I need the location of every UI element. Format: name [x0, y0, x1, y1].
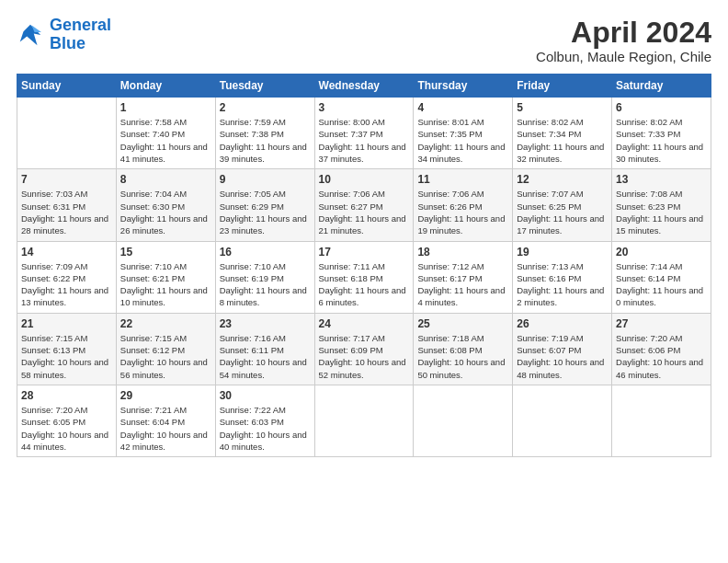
day-info: Sunrise: 7:18 AMSunset: 6:08 PMDaylight:… [417, 332, 508, 381]
calendar-cell: 30Sunrise: 7:22 AMSunset: 6:03 PMDayligh… [215, 385, 314, 456]
calendar-cell [314, 385, 414, 456]
day-number: 30 [220, 389, 311, 402]
day-number: 29 [120, 389, 211, 402]
calendar-cell: 22Sunrise: 7:15 AMSunset: 6:12 PMDayligh… [116, 313, 215, 385]
day-info: Sunrise: 7:09 AMSunset: 6:22 PMDaylight:… [21, 260, 112, 309]
calendar-cell: 3Sunrise: 8:00 AMSunset: 7:37 PMDaylight… [314, 98, 414, 169]
calendar-cell: 13Sunrise: 7:08 AMSunset: 6:23 PMDayligh… [612, 169, 711, 241]
calendar-cell [414, 385, 513, 456]
calendar-cell: 5Sunrise: 8:02 AMSunset: 7:34 PMDaylight… [513, 98, 612, 169]
calendar-table: SundayMondayTuesdayWednesdayThursdayFrid… [17, 74, 711, 457]
day-number: 17 [319, 246, 410, 259]
calendar-week-row: 7Sunrise: 7:03 AMSunset: 6:31 PMDaylight… [17, 169, 711, 241]
calendar-cell: 27Sunrise: 7:20 AMSunset: 6:06 PMDayligh… [612, 313, 711, 385]
day-info: Sunrise: 7:07 AMSunset: 6:25 PMDaylight:… [517, 188, 608, 236]
day-number: 5 [517, 101, 608, 114]
day-number: 20 [616, 246, 707, 259]
day-info: Sunrise: 8:02 AMSunset: 7:34 PMDaylight:… [517, 116, 608, 165]
calendar-cell: 7Sunrise: 7:03 AMSunset: 6:31 PMDaylight… [17, 169, 117, 241]
day-info: Sunrise: 7:16 AMSunset: 6:11 PMDaylight:… [220, 332, 311, 381]
calendar-cell: 19Sunrise: 7:13 AMSunset: 6:16 PMDayligh… [513, 241, 612, 313]
weekday-header: Thursday [414, 75, 513, 98]
calendar-week-row: 28Sunrise: 7:20 AMSunset: 6:05 PMDayligh… [17, 385, 711, 456]
day-info: Sunrise: 7:13 AMSunset: 6:16 PMDaylight:… [517, 260, 608, 309]
calendar-cell: 21Sunrise: 7:15 AMSunset: 6:13 PMDayligh… [17, 313, 117, 385]
page: General Blue April 2024 Colbun, Maule Re… [0, 0, 728, 563]
calendar-week-row: 14Sunrise: 7:09 AMSunset: 6:22 PMDayligh… [17, 241, 711, 313]
day-info: Sunrise: 7:10 AMSunset: 6:19 PMDaylight:… [220, 260, 311, 309]
day-info: Sunrise: 7:21 AMSunset: 6:04 PMDaylight:… [120, 404, 211, 453]
logo-icon [17, 21, 44, 49]
day-number: 23 [220, 317, 311, 330]
day-info: Sunrise: 8:02 AMSunset: 7:33 PMDaylight:… [616, 116, 707, 165]
calendar-cell: 2Sunrise: 7:59 AMSunset: 7:38 PMDaylight… [215, 98, 314, 169]
day-number: 3 [319, 101, 410, 114]
calendar-cell: 1Sunrise: 7:58 AMSunset: 7:40 PMDaylight… [116, 98, 215, 169]
day-info: Sunrise: 8:01 AMSunset: 7:35 PMDaylight:… [417, 116, 508, 165]
calendar-cell: 23Sunrise: 7:16 AMSunset: 6:11 PMDayligh… [215, 313, 314, 385]
calendar-cell: 14Sunrise: 7:09 AMSunset: 6:22 PMDayligh… [17, 241, 117, 313]
calendar-cell: 15Sunrise: 7:10 AMSunset: 6:21 PMDayligh… [116, 241, 215, 313]
day-info: Sunrise: 7:17 AMSunset: 6:09 PMDaylight:… [319, 332, 410, 381]
calendar-cell: 9Sunrise: 7:05 AMSunset: 6:29 PMDaylight… [215, 169, 314, 241]
day-number: 22 [120, 317, 211, 330]
day-number: 18 [417, 246, 508, 259]
day-info: Sunrise: 7:58 AMSunset: 7:40 PMDaylight:… [120, 116, 211, 165]
month-title: April 2024 [536, 17, 711, 49]
calendar-week-row: 21Sunrise: 7:15 AMSunset: 6:13 PMDayligh… [17, 313, 711, 385]
calendar-cell: 20Sunrise: 7:14 AMSunset: 6:14 PMDayligh… [612, 241, 711, 313]
calendar-cell: 6Sunrise: 8:02 AMSunset: 7:33 PMDaylight… [612, 98, 711, 169]
day-number: 4 [417, 101, 508, 114]
calendar-cell: 29Sunrise: 7:21 AMSunset: 6:04 PMDayligh… [116, 385, 215, 456]
day-number: 28 [21, 389, 112, 402]
logo: General Blue [17, 17, 111, 53]
day-info: Sunrise: 7:15 AMSunset: 6:13 PMDaylight:… [21, 332, 112, 381]
day-info: Sunrise: 7:20 AMSunset: 6:05 PMDaylight:… [21, 404, 112, 453]
day-info: Sunrise: 7:10 AMSunset: 6:21 PMDaylight:… [120, 260, 211, 309]
day-number: 6 [616, 101, 707, 114]
day-number: 8 [120, 173, 211, 186]
logo-text: General Blue [50, 17, 111, 53]
weekday-header: Wednesday [314, 75, 414, 98]
calendar-cell: 25Sunrise: 7:18 AMSunset: 6:08 PMDayligh… [414, 313, 513, 385]
day-number: 9 [220, 173, 311, 186]
weekday-header: Monday [116, 75, 215, 98]
day-number: 24 [319, 317, 410, 330]
weekday-header: Friday [513, 75, 612, 98]
day-number: 25 [417, 317, 508, 330]
calendar-cell [612, 385, 711, 456]
day-number: 12 [517, 173, 608, 186]
day-info: Sunrise: 7:19 AMSunset: 6:07 PMDaylight:… [517, 332, 608, 381]
day-info: Sunrise: 7:08 AMSunset: 6:23 PMDaylight:… [616, 188, 707, 236]
calendar-cell: 11Sunrise: 7:06 AMSunset: 6:26 PMDayligh… [414, 169, 513, 241]
calendar-cell: 18Sunrise: 7:12 AMSunset: 6:17 PMDayligh… [414, 241, 513, 313]
location-title: Colbun, Maule Region, Chile [536, 49, 711, 64]
day-number: 1 [120, 101, 211, 114]
calendar-cell: 4Sunrise: 8:01 AMSunset: 7:35 PMDaylight… [414, 98, 513, 169]
day-number: 14 [21, 246, 112, 259]
calendar-cell: 17Sunrise: 7:11 AMSunset: 6:18 PMDayligh… [314, 241, 414, 313]
day-info: Sunrise: 7:22 AMSunset: 6:03 PMDaylight:… [220, 404, 311, 453]
day-number: 21 [21, 317, 112, 330]
calendar-header-row: SundayMondayTuesdayWednesdayThursdayFrid… [17, 75, 711, 98]
day-number: 16 [220, 246, 311, 259]
day-info: Sunrise: 7:12 AMSunset: 6:17 PMDaylight:… [417, 260, 508, 309]
calendar-cell: 10Sunrise: 7:06 AMSunset: 6:27 PMDayligh… [314, 169, 414, 241]
title-block: April 2024 Colbun, Maule Region, Chile [536, 17, 711, 64]
day-info: Sunrise: 7:06 AMSunset: 6:27 PMDaylight:… [319, 188, 410, 236]
day-info: Sunrise: 7:06 AMSunset: 6:26 PMDaylight:… [417, 188, 508, 236]
calendar-cell: 28Sunrise: 7:20 AMSunset: 6:05 PMDayligh… [17, 385, 117, 456]
day-number: 19 [517, 246, 608, 259]
day-number: 2 [220, 101, 311, 114]
day-info: Sunrise: 8:00 AMSunset: 7:37 PMDaylight:… [319, 116, 410, 165]
day-info: Sunrise: 7:11 AMSunset: 6:18 PMDaylight:… [319, 260, 410, 309]
day-number: 10 [319, 173, 410, 186]
day-number: 27 [616, 317, 707, 330]
day-number: 11 [417, 173, 508, 186]
day-number: 26 [517, 317, 608, 330]
weekday-header: Saturday [612, 75, 711, 98]
calendar-cell [17, 98, 117, 169]
day-number: 13 [616, 173, 707, 186]
weekday-header: Tuesday [215, 75, 314, 98]
calendar-cell: 24Sunrise: 7:17 AMSunset: 6:09 PMDayligh… [314, 313, 414, 385]
